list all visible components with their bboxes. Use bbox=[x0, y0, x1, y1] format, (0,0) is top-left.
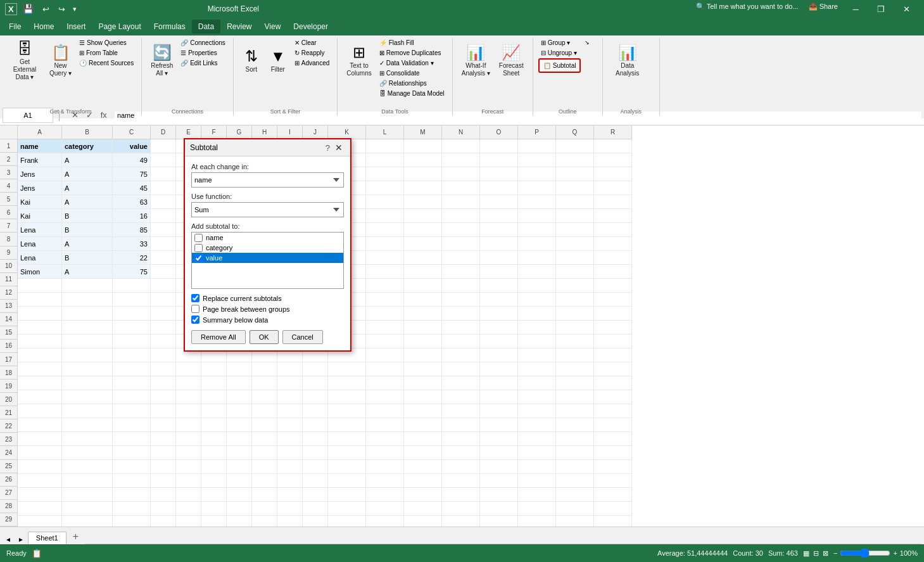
checkbox-category[interactable] bbox=[194, 244, 203, 252]
share-button[interactable]: 📤 Share bbox=[804, 0, 843, 18]
what-if-analysis-button[interactable]: 📊 What-IfAnalysis ▾ bbox=[458, 38, 494, 84]
ungroup-button[interactable]: ⊟ Ungroup ▾ bbox=[538, 48, 581, 58]
normal-view-icon[interactable]: ▦ bbox=[803, 549, 809, 558]
dialog-title-bar: Subtotal ? ✕ bbox=[185, 139, 350, 156]
menu-view[interactable]: View bbox=[258, 20, 288, 34]
data-tools-title: Data Tools bbox=[338, 108, 452, 115]
menu-data[interactable]: Data bbox=[192, 20, 220, 34]
from-table-label: From Table bbox=[86, 49, 118, 56]
reapply-button[interactable]: ↻ Reapply bbox=[292, 48, 332, 58]
properties-label: Properties bbox=[188, 49, 217, 56]
advanced-button[interactable]: ⊞ Advanced bbox=[292, 58, 332, 68]
sheet-tab-prev-icon[interactable]: ◄ bbox=[3, 535, 14, 544]
zoom-slider[interactable] bbox=[840, 548, 890, 558]
new-query-button[interactable]: 📋 NewQuery ▾ bbox=[46, 38, 75, 84]
menu-insert[interactable]: Insert bbox=[60, 20, 92, 34]
consolidate-icon: ⊞ bbox=[379, 70, 384, 77]
list-item-category[interactable]: category bbox=[192, 243, 343, 253]
menu-review[interactable]: Review bbox=[220, 20, 258, 34]
group-button[interactable]: ⊞ Group ▾ bbox=[538, 38, 581, 48]
subtotal-icon: 📋 bbox=[543, 62, 551, 69]
replace-subtotals-checkbox[interactable] bbox=[191, 294, 199, 302]
status-view-icons: ▦ ⊟ ⊠ bbox=[803, 549, 828, 558]
page-break-view-icon[interactable]: ⊠ bbox=[823, 549, 828, 558]
ribbon-content: 🗄 Get ExternalData ▾ 📋 NewQuery ▾ ☰ Show… bbox=[0, 35, 924, 118]
list-item-value[interactable]: value bbox=[192, 253, 343, 263]
quick-access-customize[interactable]: ▾ bbox=[71, 4, 79, 15]
page-break-checkbox[interactable] bbox=[191, 305, 199, 313]
use-function-select[interactable]: Sum Count Average Max Min bbox=[191, 202, 344, 217]
spreadsheet-main: A B C D E F G H I J K L M N O P Q R 1234… bbox=[0, 125, 924, 527]
edit-links-button[interactable]: 🔗 Edit Links bbox=[178, 58, 228, 68]
refresh-all-label: RefreshAll ▾ bbox=[151, 62, 173, 77]
add-sheet-button[interactable]: + bbox=[68, 529, 84, 544]
recent-sources-button[interactable]: 🕐 Recent Sources bbox=[77, 58, 136, 68]
relationships-icon: 🔗 bbox=[379, 80, 387, 87]
data-validation-button[interactable]: ✓ Data Validation ▾ bbox=[377, 58, 447, 68]
close-button[interactable]: ✕ bbox=[894, 0, 919, 18]
status-cell-mode-icon[interactable]: 📋 bbox=[32, 549, 42, 558]
zoom-in-icon[interactable]: + bbox=[893, 549, 897, 557]
quick-access-undo[interactable]: ↩ bbox=[39, 3, 53, 15]
add-subtotal-label: Add subtotal to: bbox=[191, 222, 344, 230]
sort-filter-title: Sort & Filter bbox=[234, 108, 337, 115]
remove-all-button[interactable]: Remove All bbox=[191, 330, 246, 344]
filter-button[interactable]: ▼ Filter bbox=[265, 38, 291, 84]
from-table-icon: ⊞ bbox=[79, 49, 84, 56]
restore-button[interactable]: ❐ bbox=[868, 0, 894, 18]
outline-dialog-launcher[interactable]: ↘ bbox=[582, 38, 592, 47]
dialog-help-icon[interactable]: ? bbox=[326, 143, 330, 153]
flash-fill-button[interactable]: ⚡ Flash Fill bbox=[377, 38, 447, 48]
sheet-tab-sheet1[interactable]: Sheet1 bbox=[28, 532, 66, 544]
reapply-label: Reapply bbox=[301, 49, 325, 56]
sheet-tab-next-icon[interactable]: ► bbox=[15, 535, 27, 544]
status-left: Ready 📋 bbox=[6, 549, 42, 558]
consolidate-button[interactable]: ⊞ Consolidate bbox=[377, 68, 447, 78]
relationships-label: Relationships bbox=[389, 80, 427, 87]
from-table-button[interactable]: ⊞ From Table bbox=[77, 48, 136, 58]
cancel-button[interactable]: Cancel bbox=[282, 330, 323, 344]
refresh-all-button[interactable]: 🔄 RefreshAll ▾ bbox=[147, 38, 177, 84]
ribbon-group-outline: ⊞ Group ▾ ⊟ Ungroup ▾ 📋 Subtotal bbox=[533, 38, 603, 116]
page-break-row: Page break between groups bbox=[191, 305, 344, 313]
search-tellme[interactable]: 🔍 Tell me what you want to do... bbox=[691, 0, 804, 18]
zoom-out-icon[interactable]: − bbox=[833, 549, 837, 557]
list-item-value-text: value bbox=[206, 254, 222, 262]
page-layout-view-icon[interactable]: ⊟ bbox=[813, 549, 819, 558]
show-queries-button[interactable]: ☰ Show Queries bbox=[77, 38, 136, 48]
menu-developer[interactable]: Developer bbox=[287, 20, 334, 34]
menu-formulas[interactable]: Formulas bbox=[148, 20, 192, 34]
relationships-button[interactable]: 🔗 Relationships bbox=[377, 79, 447, 88]
menu-page-layout[interactable]: Page Layout bbox=[92, 20, 147, 34]
get-external-data-button[interactable]: 🗄 Get ExternalData ▾ bbox=[5, 38, 44, 84]
data-analysis-button[interactable]: 📊 Data Analysis bbox=[608, 38, 647, 84]
at-each-change-select[interactable]: name category value bbox=[191, 172, 344, 188]
connections-button[interactable]: 🔗 Connections bbox=[178, 38, 228, 48]
text-to-columns-button[interactable]: ⊞ Text toColumns bbox=[343, 38, 375, 84]
title-bar: X 💾 ↩ ↪ ▾ Microsoft Excel 🔍 Tell me what… bbox=[0, 0, 924, 18]
menu-home[interactable]: Home bbox=[27, 20, 60, 34]
clear-button[interactable]: ✕ Clear bbox=[292, 38, 332, 48]
sort-button[interactable]: ⇅ Sort bbox=[239, 38, 264, 84]
replace-subtotals-label: Replace current subtotals bbox=[203, 295, 282, 302]
quick-access-redo[interactable]: ↪ bbox=[55, 3, 68, 15]
list-item-name[interactable]: name bbox=[192, 233, 343, 243]
manage-data-model-button[interactable]: 🗄 Manage Data Model bbox=[377, 89, 447, 98]
connections-icon: 🔗 bbox=[180, 39, 188, 46]
checkbox-value[interactable] bbox=[194, 254, 203, 262]
summary-below-checkbox[interactable] bbox=[191, 316, 199, 324]
properties-button[interactable]: ☰ Properties bbox=[178, 48, 228, 58]
remove-duplicates-button[interactable]: ⊠ Remove Duplicates bbox=[377, 48, 447, 58]
subtotal-button[interactable]: 📋 Subtotal bbox=[541, 61, 579, 70]
minimize-button[interactable]: ─ bbox=[843, 0, 868, 18]
ribbon-group-connections: 🔄 RefreshAll ▾ 🔗 Connections ☰ Propertie… bbox=[142, 38, 234, 116]
analysis-title: Analysis bbox=[603, 108, 659, 115]
menu-file[interactable]: File bbox=[3, 20, 27, 34]
ok-button[interactable]: OK bbox=[250, 330, 279, 344]
subtotal-listbox[interactable]: name category value bbox=[191, 232, 344, 289]
advanced-label: Advanced bbox=[301, 60, 329, 67]
quick-access-save[interactable]: 💾 bbox=[20, 3, 37, 15]
dialog-close-button[interactable]: ✕ bbox=[332, 143, 345, 153]
forecast-sheet-button[interactable]: 📈 ForecastSheet bbox=[495, 38, 528, 84]
checkbox-name[interactable] bbox=[194, 234, 203, 242]
